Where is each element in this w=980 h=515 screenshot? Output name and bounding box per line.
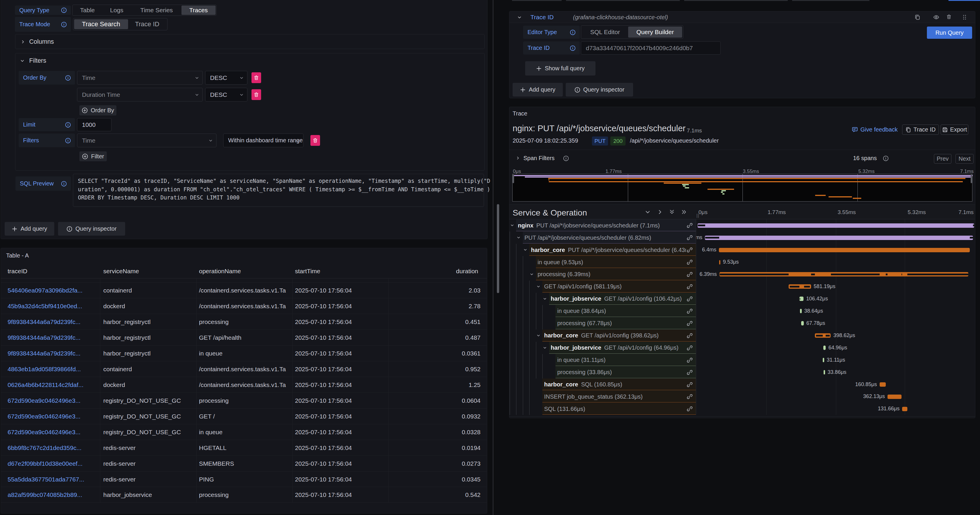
span-bar[interactable] [719,260,720,264]
span-bar[interactable] [789,285,811,289]
table-cell-traceid[interactable]: 546406ea097a3096bd2fa... [8,283,98,298]
order-by-field-select[interactable]: Time [77,71,203,84]
span-name-cell[interactable]: PUT /api/*/jobservice/queues/scheduler (… [525,232,686,244]
minimap-left-scrubber[interactable] [512,174,514,183]
table-cell-traceid[interactable]: 9f89384344a6a79d239fc... [8,346,98,361]
minimap-right-scrubber[interactable] [970,174,972,183]
span-collapse-icon[interactable] [543,297,547,300]
span-link-icon[interactable] [687,332,693,339]
query-type-option-table[interactable]: Table [73,6,102,15]
span-name-cell[interactable]: in queue (31.11μs) [557,354,686,366]
table-header-operationName[interactable]: operationName [199,268,241,275]
table-header-serviceName[interactable]: serviceName [103,268,139,275]
order-by-remove-button[interactable] [251,89,261,100]
table-row[interactable]: 672d590ea9c0462496e3...registry_DO_NOT_U… [1,393,487,408]
span-bar[interactable] [719,248,970,252]
span-name-cell[interactable]: harbor_jobserviceGET /api/v1/config (64.… [551,342,686,354]
span-collapse-icon[interactable] [517,235,520,239]
order-by-direction-select[interactable]: DESC [205,71,247,84]
span-name-cell[interactable]: in queue (9.53μs) [538,256,686,268]
order-by-direction-select[interactable]: DESC [205,88,247,102]
minimap-canvas[interactable] [512,174,972,202]
span-bar[interactable] [801,321,804,326]
span-link-icon[interactable] [687,320,693,327]
table-cell-traceid[interactable]: 4863eb1a9d058f39866fd... [8,361,98,377]
span-link-icon[interactable] [687,222,693,229]
span-collapse-icon[interactable] [536,285,540,288]
table-row[interactable]: d67e2f09bbf10d38e00eef...redis-serverSME… [1,456,487,471]
span-collapse-icon[interactable] [510,223,514,227]
limit-input[interactable]: 1000 [77,118,111,131]
span-link-icon[interactable] [687,345,693,351]
order-by-field-select[interactable]: Duration Time [77,88,203,102]
editor-type-option-sql-editor[interactable]: SQL Editor [582,27,628,38]
span-bar[interactable] [823,358,824,362]
span-name-cell[interactable]: harbor_jobserviceGET /api/v1/config (106… [551,293,686,305]
table-row[interactable]: 4863eb1a9d058f39866fd...containerd/conta… [1,361,487,377]
span-link-icon[interactable] [687,381,693,388]
span-name-cell[interactable]: GET /api/v1/config (581.19μs) [544,281,686,293]
table-row[interactable]: 0626a4b6b4228114c2fdaf...dockerd/contain… [1,377,487,393]
order-by-remove-button[interactable] [251,72,261,83]
span-collapse-icon[interactable] [536,334,540,337]
span-row[interactable]: SQL (131.66μs)131.66μs [509,403,975,415]
span-name-cell[interactable]: in queue (38.64μs) [557,305,686,317]
table-cell-traceid[interactable]: 0626a4b6b4228114c2fdaf... [8,377,98,393]
span-row[interactable]: harbor_coreGET /api/v1/config (398.62μs)… [509,329,975,342]
span-collapse-icon[interactable] [530,272,534,276]
span-bar[interactable] [823,346,826,350]
span-link-icon[interactable] [687,357,693,363]
table-cell-traceid[interactable]: 45b9a32d4c5bf9410e0ed... [8,298,98,314]
span-row[interactable]: PUT /api/*/jobservice/queues/scheduler (… [509,232,975,244]
table-row[interactable]: 9f89384344a6a79d239fc...harbor_registryc… [1,345,487,361]
span-bar[interactable] [888,394,902,399]
table-cell-traceid[interactable]: 6bb9f8c767c2d1ded359c... [8,440,98,456]
filters-remove-button[interactable] [310,135,320,146]
table-row[interactable]: a82af599bc074085b2b89...harbor_jobservic… [1,487,487,502]
trace-mode-option-trace-search[interactable]: Trace Search [74,19,128,29]
span-link-icon[interactable] [687,308,693,315]
span-link-icon[interactable] [687,247,693,253]
table-row[interactable]: 9f89384344a6a79d239fc...harbor_registryc… [1,314,487,329]
table-cell-traceid[interactable]: 672d590ea9c0462496e3... [8,393,98,409]
table-row[interactable]: 672d590ea9c0462496e3...registry_DO_NOT_U… [1,424,487,440]
add-query-button[interactable]: Add query [5,222,54,235]
span-bar[interactable] [815,333,831,338]
span-row[interactable]: in queue (31.11μs)31.11μs [509,354,975,366]
filters-field-select[interactable]: Time [77,134,216,147]
table-header-traceID[interactable]: traceID [8,268,27,275]
pane-divider[interactable] [493,0,493,515]
duplicate-query-icon[interactable] [914,14,921,20]
columns-collapse-icon[interactable] [21,40,25,44]
span-collapse-icon[interactable] [523,248,527,252]
trace-mode-option-trace-id[interactable]: Trace ID [128,19,166,29]
prev-button[interactable]: Prev [934,154,951,164]
span-bar[interactable] [824,370,825,374]
span-bar[interactable] [880,382,886,387]
span-row[interactable]: nginxPUT /api/*/jobservice/queues/schedu… [509,219,975,232]
span-name-cell[interactable]: harbor_coreGET /api/v1/config (398.62μs) [544,329,686,342]
add-filter-button[interactable]: Filter [80,151,107,161]
give-feedback-link[interactable]: Give feedback [852,125,899,134]
span-name-cell[interactable]: processing (6.39ms) [538,268,686,281]
span-name-cell[interactable]: processing (33.86μs) [557,366,686,378]
span-row[interactable]: in queue (9.53μs)9.53μs [509,256,975,268]
table-header-duration[interactable]: duration [456,268,478,275]
query-row-header[interactable]: Trace ID(grafana-clickhouse-datasource-o… [509,11,975,23]
query-row-collapse-icon[interactable] [517,15,522,19]
span-row[interactable]: harbor_jobserviceGET /api/v1/config (64.… [509,342,975,354]
span-row[interactable]: harbor_jobserviceGET /api/v1/config (106… [509,293,975,305]
span-bar[interactable] [800,309,802,313]
span-name-cell[interactable]: harbor_corePUT /api/*/jobservice/queues/… [531,244,686,256]
trace-id-button[interactable]: Trace ID [902,124,939,135]
trace-id-input[interactable]: d73a334470617f20047b4009c246d0b7 [581,41,721,54]
table-row[interactable]: 546406ea097a3096bd2fa...containerd/conta… [1,282,487,298]
span-row[interactable]: harbor_coreSQL (160.85μs)160.85μs [509,378,975,391]
run-query-button[interactable]: Run Query [927,27,972,39]
span-name-cell[interactable]: SQL (131.66μs) [544,403,686,415]
table-row[interactable]: 9f89384344a6a79d239fc...harbor_registryc… [1,329,487,345]
span-name-cell[interactable]: processing (67.78μs) [557,317,686,329]
span-filters-collapse-icon[interactable] [516,156,520,160]
query-type-option-time-series[interactable]: Time Series [132,6,181,15]
query-type-option-logs[interactable]: Logs [102,6,132,15]
